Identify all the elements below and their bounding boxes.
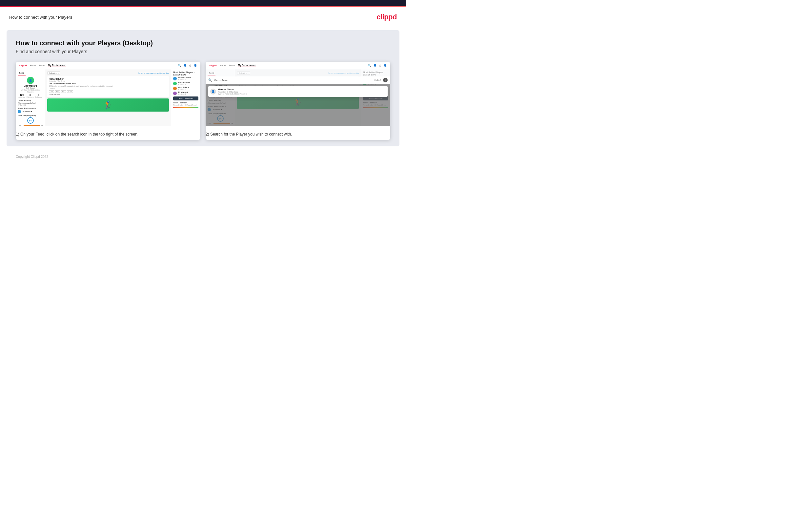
top-bar xyxy=(0,0,406,6)
stat-activities: 129 Activities xyxy=(18,94,25,98)
main-subheading: Find and connect with your Players xyxy=(16,49,390,54)
mini-nav-icons: 🔍 👤 ⚙ 👤 xyxy=(178,64,197,67)
duration-label: Duration xyxy=(49,88,167,90)
header-divider xyxy=(0,26,406,26)
team-dashboard-btn-1[interactable]: Team Dashboard xyxy=(173,96,198,100)
tag-app: APP xyxy=(55,90,60,93)
quality-ott: OTT 79 xyxy=(18,124,43,126)
search-icon[interactable]: 🔍 xyxy=(178,64,181,67)
player-perf-label: Player Performance xyxy=(18,107,43,109)
search-icon-overlay: 🔍 xyxy=(208,78,212,82)
profile-avatar: 👤 xyxy=(27,77,34,84)
profile-stats: 129 Activities 3 Followers 4 Following xyxy=(18,94,43,98)
latest-activity-label: Latest Activity xyxy=(18,99,43,101)
profile-club: Mill Ride Golf Club, United Kingdom xyxy=(18,89,43,93)
search-result-item-1[interactable]: 👤 Marcus Turner Yesterday · 1-5 Handicap… xyxy=(210,88,386,95)
following-btn-2: Following ▾ xyxy=(237,71,250,75)
avatar-icon-2: 👤 xyxy=(383,64,387,67)
mini-logo: clippd xyxy=(19,64,27,67)
caption-2: 2) Search for the Player you wish to con… xyxy=(206,126,390,140)
main-content: How to connect with your Players (Deskto… xyxy=(7,30,399,146)
mini-feed-panel-1: Following ▾ Control who can see your act… xyxy=(45,69,171,126)
mini-nav-teams-2: Teams xyxy=(229,64,235,67)
settings-icon: ⚙ xyxy=(189,64,192,67)
mini-nav-icons-2: 🔍 👤 ⚙ 👤 xyxy=(368,64,387,67)
search-bar: 🔍 Marcus Turner CLEAR × xyxy=(206,77,390,84)
activity-duration: 02 hr : 00 min xyxy=(49,93,167,95)
tag-ott: OTT xyxy=(49,90,54,93)
logo: clippd xyxy=(377,13,397,21)
latest-activity-date: 27 Jul 2022 xyxy=(18,104,43,106)
stat-followers: 3 Followers xyxy=(27,94,34,98)
search-results: 👤 Marcus Turner Yesterday · 1-5 Handicap… xyxy=(208,86,388,97)
result-detail-2: Cypress Point Club, United Kingdom xyxy=(218,93,247,95)
activity-card: Richard Butler Yesterday · The Grove Pre… xyxy=(47,76,169,97)
avatar-icon: 👤 xyxy=(193,64,197,67)
heatmap-sub-1: Player Quality · 20 Round Trend xyxy=(173,104,198,106)
close-search-button[interactable]: × xyxy=(383,78,388,82)
tag-putt: PUTT xyxy=(67,90,73,93)
control-link[interactable]: Control who can see your activity and da… xyxy=(138,72,169,74)
clear-button[interactable]: CLEAR xyxy=(374,79,381,81)
people-icon: 👤 xyxy=(183,64,187,67)
active-avatar-3 xyxy=(173,87,177,90)
footer-text: Copyright Clippd 2022 xyxy=(16,155,48,159)
activity-desc: Walking the course with my coach to buil… xyxy=(49,85,167,87)
feed-tab: Feed xyxy=(18,71,26,76)
tag-arg: ARG xyxy=(61,90,66,93)
activity-title: Pre Tournament Course Walk xyxy=(49,83,167,85)
mini-logo-2: clippd xyxy=(209,64,217,67)
activity-tags: OTT APP ARG PUTT xyxy=(49,90,167,93)
most-active-title: Most Active Players - Last 30 days xyxy=(173,71,198,76)
mini-nav-performance-2: My Performance xyxy=(238,64,256,67)
heatmap-title-1: Team Heatmap xyxy=(173,102,198,104)
caption-text-2: 2) Search for the Player you wish to con… xyxy=(206,131,390,137)
mini-left-panel-1: Feed 👤 Blair McHarg Golf Coach Mill Ride… xyxy=(16,69,45,126)
mini-profile: 👤 Blair McHarg Golf Coach Mill Ride Golf… xyxy=(18,77,43,98)
main-heading: How to connect with your Players (Deskto… xyxy=(16,39,390,47)
activity-user-name: Richard Butler xyxy=(49,78,167,80)
active-avatar-4 xyxy=(173,92,177,95)
active-player-2: Piers Parnell Activities: 4 xyxy=(173,81,198,85)
mini-right-panel-1: Most Active Players - Last 30 days Richa… xyxy=(171,69,200,126)
result-avatar: 👤 xyxy=(210,89,216,94)
mini-app-2: clippd Home Teams My Performance 🔍 👤 ⚙ 👤 xyxy=(206,62,390,126)
golfers-image: 🏌️ xyxy=(47,98,169,112)
total-quality-label: Total Player Quality xyxy=(18,115,43,117)
active-player-3: Hiral Pujara Activities: 3 xyxy=(173,86,198,90)
golfer-figure: 🏌️ xyxy=(104,101,112,109)
feed-tab-2: Feed xyxy=(207,71,216,76)
mini-nav-1: clippd Home Teams My Performance 🔍 👤 ⚙ 👤 xyxy=(16,62,200,69)
active-avatar-2 xyxy=(173,82,177,85)
following-bar: Following ▾ Control who can see your act… xyxy=(47,71,169,75)
mini-nav-home-2: Home xyxy=(220,64,226,67)
footer: Copyright Clippd 2022 xyxy=(7,150,399,163)
search-input[interactable]: Marcus Turner xyxy=(214,79,372,81)
player-perf-dropdown[interactable]: Eli Vincent ▾ xyxy=(22,111,32,113)
mini-app-body-1: Feed 👤 Blair McHarg Golf Coach Mill Ride… xyxy=(16,69,200,126)
active-player-4: Eli Vincent Activities: 1 xyxy=(173,91,198,95)
page-title: How to connect with your Players xyxy=(9,15,72,20)
player-perf-row: Eli Vincent ▾ xyxy=(18,110,43,113)
header: How to connect with your Players clippd xyxy=(0,7,406,26)
mini-nav-teams: Teams xyxy=(39,64,46,67)
quality-score: 84 xyxy=(27,117,34,124)
activity-sub: Yesterday · The Grove xyxy=(49,80,167,82)
mini-app-1: clippd Home Teams My Performance 🔍 👤 ⚙ 👤 xyxy=(16,62,200,126)
active-player-1: Richard Butler Activities: 7 xyxy=(173,77,198,80)
result-name: Marcus Turner xyxy=(218,88,247,91)
screenshots-row: clippd Home Teams My Performance 🔍 👤 ⚙ 👤 xyxy=(16,62,390,140)
mini-app-body-2: Feed 👤 Blair McHarg Golf Coach Mill Ride… xyxy=(206,69,390,126)
caption-text-1: 1) On your Feed, click on the search ico… xyxy=(16,131,200,137)
heatmap-bar-1 xyxy=(173,107,198,108)
search-icon-2[interactable]: 🔍 xyxy=(368,64,371,67)
mini-nav-2: clippd Home Teams My Performance 🔍 👤 ⚙ 👤 xyxy=(206,62,390,69)
settings-icon-2: ⚙ xyxy=(379,64,381,67)
profile-name: Blair McHarg xyxy=(18,85,43,87)
following-btn[interactable]: Following ▾ xyxy=(47,71,60,75)
screenshot-card-1: clippd Home Teams My Performance 🔍 👤 ⚙ 👤 xyxy=(16,62,200,140)
people-icon-2: 👤 xyxy=(373,64,377,67)
active-avatar-1 xyxy=(173,77,177,80)
player-perf-avatar xyxy=(18,110,21,113)
mini-nav-performance: My Performance xyxy=(48,64,66,67)
